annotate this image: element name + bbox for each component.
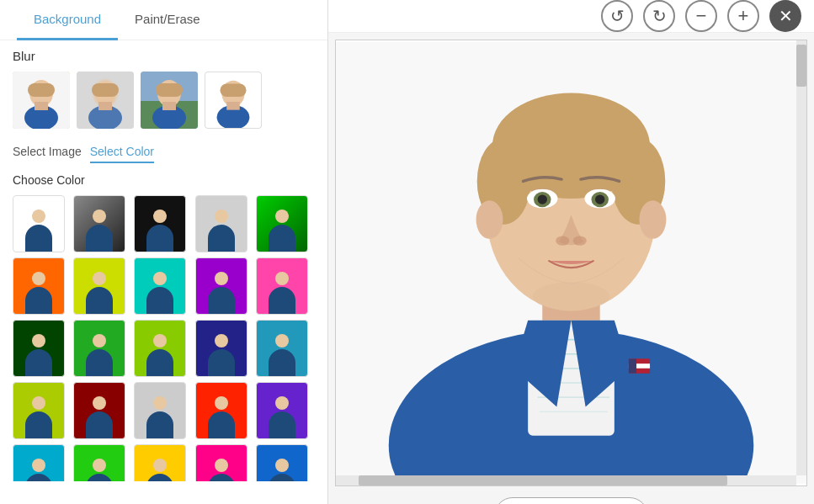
- download-area: Download: [335, 486, 807, 504]
- sub-tab-select-color[interactable]: Select Color: [90, 141, 154, 163]
- blur-title: Blur: [13, 49, 315, 63]
- v-scroll-thumb[interactable]: [796, 45, 806, 87]
- blur-thumb-0[interactable]: [13, 72, 70, 129]
- right-panel: ↺ ↻ − + ✕: [328, 0, 814, 504]
- color-swatch-dark-red[interactable]: [73, 382, 125, 439]
- blur-thumb-3[interactable]: [205, 72, 262, 129]
- blur-thumb-2[interactable]: [141, 72, 198, 129]
- color-swatch-yellow-green[interactable]: [73, 257, 125, 315]
- color-swatch-gray-gradient[interactable]: [73, 195, 125, 252]
- sub-tab-select-image[interactable]: Select Image: [13, 141, 82, 163]
- color-swatch-black[interactable]: [134, 195, 186, 252]
- svg-rect-8: [98, 102, 112, 110]
- close-button[interactable]: ✕: [769, 0, 801, 32]
- sub-tab-bar: Select Image Select Color: [13, 141, 315, 163]
- svg-point-49: [595, 194, 604, 204]
- svg-point-50: [556, 236, 569, 245]
- download-button[interactable]: Download: [494, 497, 648, 504]
- svg-point-48: [538, 194, 547, 204]
- color-swatch-dark-blue[interactable]: [195, 320, 247, 377]
- color-swatch-violet[interactable]: [256, 382, 308, 439]
- svg-rect-3: [35, 102, 48, 110]
- panel-content: Blur: [0, 40, 327, 504]
- right-content: Download: [328, 33, 814, 504]
- svg-point-42: [476, 200, 503, 239]
- portrait-image: [336, 40, 806, 485]
- color-swatch-orange[interactable]: [13, 257, 65, 315]
- color-swatch-blue[interactable]: [256, 444, 308, 481]
- svg-point-43: [639, 200, 666, 239]
- color-grid-container: [13, 195, 315, 481]
- color-swatch-hot-pink[interactable]: [256, 257, 308, 315]
- horizontal-scrollbar[interactable]: [336, 475, 796, 485]
- svg-rect-37: [629, 358, 636, 373]
- left-panel: Background Paint/Erase Blur: [0, 0, 328, 504]
- tab-background[interactable]: Background: [17, 0, 118, 40]
- svg-rect-20: [220, 84, 246, 98]
- color-swatch-red[interactable]: [195, 382, 247, 439]
- undo-button[interactable]: ↺: [601, 0, 633, 32]
- svg-rect-14: [162, 102, 176, 110]
- vertical-scrollbar[interactable]: [796, 40, 806, 475]
- color-grid: [13, 195, 315, 481]
- color-swatch-green-gradient[interactable]: [256, 195, 308, 252]
- tab-paint-erase[interactable]: Paint/Erase: [118, 0, 217, 40]
- color-swatch-purple[interactable]: [195, 257, 247, 315]
- color-swatch-white[interactable]: [13, 195, 65, 252]
- color-swatch-lime-blue[interactable]: [134, 320, 186, 377]
- choose-color-title: Choose Color: [13, 173, 315, 187]
- svg-point-51: [573, 236, 587, 245]
- blur-thumb-1[interactable]: [77, 72, 134, 129]
- color-swatch-silver[interactable]: [134, 382, 186, 439]
- image-wrapper: [335, 40, 807, 486]
- color-swatch-teal[interactable]: [134, 257, 186, 315]
- svg-rect-19: [226, 102, 240, 110]
- color-swatch-olive[interactable]: [13, 382, 65, 439]
- redo-button[interactable]: ↻: [643, 0, 675, 32]
- tab-bar: Background Paint/Erase: [0, 0, 327, 40]
- color-swatch-bright-green[interactable]: [73, 444, 125, 481]
- zoom-out-button[interactable]: −: [685, 0, 717, 32]
- svg-rect-4: [28, 83, 55, 97]
- color-swatch-cyan-green[interactable]: [13, 444, 65, 481]
- color-swatch-magenta[interactable]: [195, 444, 247, 481]
- toolbar: ↺ ↻ − + ✕: [328, 0, 814, 33]
- color-swatch-dark-green[interactable]: [13, 320, 65, 377]
- color-swatch-blue-teal[interactable]: [256, 320, 308, 377]
- color-swatch-medium-green[interactable]: [73, 320, 125, 377]
- color-swatch-light-gray[interactable]: [195, 195, 247, 252]
- zoom-in-button[interactable]: +: [727, 0, 759, 32]
- h-scroll-thumb[interactable]: [359, 475, 727, 485]
- svg-point-52: [533, 282, 609, 310]
- svg-rect-15: [156, 83, 183, 97]
- color-swatch-yellow[interactable]: [134, 444, 186, 481]
- blur-thumbnails: [13, 72, 315, 129]
- svg-rect-9: [92, 83, 119, 97]
